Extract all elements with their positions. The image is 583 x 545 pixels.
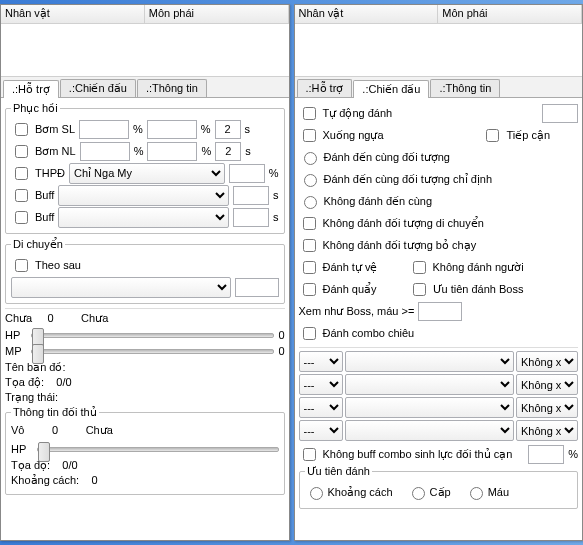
left-panel: Nhân vật Môn phái .:Hỗ trợ .:Chiến đấu .… <box>0 4 290 541</box>
hp-label: HP <box>5 329 27 341</box>
chk-pump-sl[interactable] <box>15 123 28 136</box>
chk-follow[interactable] <box>15 259 28 272</box>
auto-attack-label: Tự động đánh <box>323 107 393 120</box>
tab-support[interactable]: .:Hỗ trợ <box>3 80 59 98</box>
chk-combo[interactable] <box>303 327 316 340</box>
buff1-sec[interactable] <box>233 186 269 205</box>
chk-buff2[interactable] <box>15 211 28 224</box>
chk-approach[interactable] <box>486 129 499 142</box>
combo1-c[interactable]: Không x <box>516 351 578 372</box>
tab-combat[interactable]: .:Chiến đấu <box>60 79 136 97</box>
combo3-c[interactable]: Không x <box>516 397 578 418</box>
hp-slider[interactable] <box>31 327 274 343</box>
combo-row-2: --- Không x <box>299 374 579 395</box>
combo-row-1: --- Không x <box>299 351 579 372</box>
chk-dismount[interactable] <box>303 129 316 142</box>
rad-hit-until[interactable] <box>304 152 317 165</box>
enemy-title: Thông tin đối thủ <box>11 406 99 419</box>
state-label: Trạng thái: <box>5 391 285 404</box>
rad-prio-hp[interactable] <box>470 487 483 500</box>
tab-support[interactable]: .:Hỗ trợ <box>297 79 353 97</box>
rad-not-until[interactable] <box>304 196 317 209</box>
chk-thpd[interactable] <box>15 167 28 180</box>
chk-buff1[interactable] <box>15 189 28 202</box>
combo4-b[interactable] <box>345 420 515 441</box>
mp-label: MP <box>5 345 27 357</box>
priority-group: Ưu tiên đánh Khoảng cách Cấp Máu <box>299 465 579 509</box>
buff2-select[interactable] <box>58 207 229 228</box>
combo2-b[interactable] <box>345 374 515 395</box>
enemy-dist-value: 0 <box>91 474 97 486</box>
enemy-dist-label: Khoảng cách: <box>11 474 79 486</box>
auto-attack-value[interactable] <box>542 104 578 123</box>
enemy-hp-label: HP <box>11 443 33 455</box>
rad-prio-dist[interactable] <box>310 487 323 500</box>
char-grid-header: Nhân vật Môn phái <box>1 5 289 24</box>
nobuff-combo-pct[interactable] <box>528 445 564 464</box>
combo2-a[interactable]: --- <box>299 374 343 395</box>
prio-title: Ưu tiên đánh <box>305 465 372 478</box>
buff1-label: Buff <box>35 189 54 201</box>
chk-boss-first[interactable] <box>413 283 426 296</box>
chk-spin[interactable] <box>303 283 316 296</box>
tab-combat[interactable]: .:Chiến đấu <box>353 80 429 98</box>
map-name-label: Tên bản đồ: <box>5 361 285 374</box>
char-grid-header: Nhân vật Môn phái <box>295 5 583 24</box>
chk-no-player[interactable] <box>413 261 426 274</box>
rad-hit-until-fixed[interactable] <box>304 174 317 187</box>
chk-self-defense[interactable] <box>303 261 316 274</box>
unit-pct: % <box>201 123 211 135</box>
sl-pct1[interactable] <box>79 120 129 139</box>
combo3-a[interactable]: --- <box>299 397 343 418</box>
char-grid-body[interactable] <box>1 24 289 77</box>
pump-nl-label: Bơm NL <box>35 145 76 158</box>
combo-row-3: --- Không x <box>299 397 579 418</box>
boss-hp-input[interactable] <box>418 302 462 321</box>
hp-value: 0 <box>278 329 284 341</box>
thpd-pct[interactable] <box>229 164 265 183</box>
col-sect[interactable]: Môn phái <box>438 5 582 23</box>
follow-select[interactable] <box>11 277 231 298</box>
mp-value: 0 <box>278 345 284 357</box>
follow-value[interactable] <box>235 278 279 297</box>
chk-pump-nl[interactable] <box>15 145 28 158</box>
unit-pct: % <box>201 145 211 157</box>
sl-sec[interactable] <box>215 120 241 139</box>
thpd-select[interactable]: Chỉ Nga My <box>69 163 225 184</box>
tab-info[interactable]: .:Thông tin <box>137 79 207 97</box>
chk-no-buff-combo[interactable] <box>303 448 316 461</box>
tab-info[interactable]: .:Thông tin <box>430 79 500 97</box>
col-char[interactable]: Nhân vật <box>295 5 439 23</box>
combo4-c[interactable]: Không x <box>516 420 578 441</box>
coord-value: 0/0 <box>56 376 71 388</box>
boss-hp-label: Xem như Boss, máu >= <box>299 305 415 318</box>
col-char[interactable]: Nhân vật <box>1 5 145 23</box>
move-title: Di chuyển <box>11 238 65 251</box>
pump-sl-label: Bơm SL <box>35 123 75 136</box>
col-sect[interactable]: Môn phái <box>145 5 289 23</box>
enemy-hp-slider[interactable] <box>37 441 279 457</box>
nl-pct1[interactable] <box>80 142 130 161</box>
unit-s: s <box>245 145 251 157</box>
combo4-a[interactable]: --- <box>299 420 343 441</box>
buff2-sec[interactable] <box>233 208 269 227</box>
combo3-b[interactable] <box>345 397 515 418</box>
combo1-b[interactable] <box>345 351 515 372</box>
unit-pct: % <box>134 145 144 157</box>
right-panel: Nhân vật Môn phái .:Hỗ trợ .:Chiến đấu .… <box>294 4 584 541</box>
chk-auto-attack[interactable] <box>303 107 316 120</box>
unit-s: s <box>273 211 279 223</box>
buff1-select[interactable] <box>58 185 229 206</box>
char-grid-body[interactable] <box>295 24 583 77</box>
nl-sec[interactable] <box>215 142 241 161</box>
rad-prio-level[interactable] <box>412 487 425 500</box>
chk-not-moving[interactable] <box>303 217 316 230</box>
tab-strip: .:Hỗ trợ .:Chiến đấu .:Thông tin <box>295 77 583 98</box>
combo1-a[interactable]: --- <box>299 351 343 372</box>
mp-slider[interactable] <box>31 343 274 359</box>
chk-not-flee[interactable] <box>303 239 316 252</box>
sl-pct2[interactable] <box>147 120 197 139</box>
combo2-c[interactable]: Không x <box>516 374 578 395</box>
nl-pct2[interactable] <box>147 142 197 161</box>
enemy-info-group: Thông tin đối thủ Vô 0 Chưa HP Tọa độ: 0… <box>5 406 285 495</box>
